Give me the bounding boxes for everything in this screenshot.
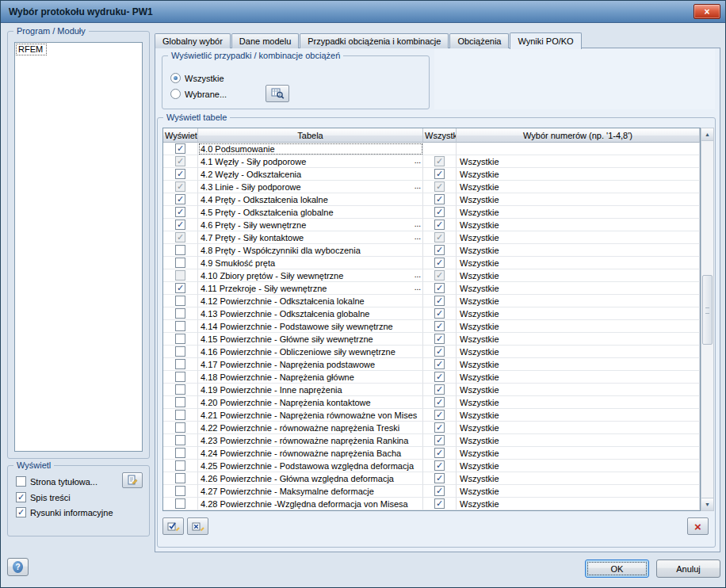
all-cell[interactable]	[423, 231, 457, 244]
display-checkbox[interactable]	[175, 397, 185, 407]
all-checkbox[interactable]	[434, 435, 445, 445]
all-checkbox[interactable]	[434, 321, 445, 331]
scroll-down-button[interactable]: ▼	[701, 498, 713, 510]
table-detail-button[interactable]: ...	[415, 231, 421, 242]
display-cell[interactable]	[163, 181, 198, 193]
tabela-cell[interactable]: 4.22 Powierzchnie - równoważne naprężeni…	[198, 422, 423, 434]
all-cell[interactable]	[423, 282, 457, 295]
all-cell[interactable]	[423, 155, 457, 168]
table-detail-button[interactable]: ...	[415, 181, 421, 192]
display-cell[interactable]	[163, 422, 198, 434]
all-checkbox[interactable]	[434, 473, 445, 483]
display-checkbox[interactable]	[175, 194, 185, 204]
table-row[interactable]: 4.10 Zbiory prętów - Siły wewnętrzne...W…	[163, 269, 700, 282]
all-cell[interactable]	[423, 244, 457, 257]
all-checkbox[interactable]	[434, 384, 445, 395]
tabela-cell[interactable]: 4.21 Powierzchnie - Naprężenia równoważn…	[198, 409, 423, 422]
tabela-cell[interactable]: 4.9 Smukłość pręta	[198, 257, 423, 269]
all-checkbox[interactable]	[434, 397, 445, 407]
tabela-cell[interactable]: 4.0 Podsumowanie	[198, 143, 423, 155]
number-selection-cell[interactable]: Wszystkie	[457, 193, 700, 206]
number-selection-cell[interactable]: Wszystkie	[457, 485, 700, 498]
tabela-cell[interactable]: 4.6 Pręty - Siły wewnętrzne...	[198, 219, 423, 231]
number-selection-cell[interactable]: Wszystkie	[457, 422, 700, 434]
all-checkbox[interactable]	[434, 194, 445, 204]
tabela-cell[interactable]: 4.15 Powierzchnie - Główne siły wewnętrz…	[198, 333, 423, 346]
table-row[interactable]: 4.2 Węzły - OdkształceniaWszystkie	[163, 168, 700, 181]
tabela-cell[interactable]: 4.11 Przekroje - Siły wewnętrzne...	[198, 282, 423, 295]
all-checkbox[interactable]	[434, 207, 445, 217]
table-row[interactable]: 4.9 Smukłość prętaWszystkie	[163, 257, 700, 269]
display-checkbox[interactable]	[175, 410, 185, 420]
table-row[interactable]: 4.1 Węzły - Siły podporowe...Wszystkie	[163, 155, 700, 168]
number-selection-cell[interactable]: Wszystkie	[457, 206, 700, 219]
display-cell[interactable]	[163, 460, 198, 472]
all-checkbox[interactable]	[434, 220, 445, 230]
tabela-cell[interactable]: 4.18 Powierzchnie - Naprężenia główne	[198, 371, 423, 384]
tabela-cell[interactable]: 4.16 Powierzchnie - Obliczeniowe siły we…	[198, 346, 423, 358]
display-cell[interactable]	[163, 307, 198, 320]
display-cell[interactable]	[163, 282, 198, 295]
column-header-display[interactable]: Wyświetl	[163, 128, 198, 143]
close-button[interactable]: ×	[694, 4, 720, 19]
display-cell[interactable]	[163, 472, 198, 485]
display-checkbox[interactable]	[175, 372, 185, 382]
table-scrollbar[interactable]: ▲ ▼	[701, 128, 714, 511]
display-cell[interactable]	[163, 219, 198, 231]
number-selection-cell[interactable]: Wszystkie	[457, 384, 700, 396]
table-row[interactable]: 4.21 Powierzchnie - Naprężenia równoważn…	[163, 409, 700, 422]
all-cell[interactable]	[423, 333, 457, 346]
all-checkbox[interactable]	[434, 448, 445, 458]
table-row[interactable]: 4.28 Powierzchnie -Względna deformacja v…	[163, 498, 700, 510]
display-checkbox[interactable]	[175, 486, 185, 496]
number-selection-cell[interactable]: Wszystkie	[457, 320, 700, 333]
table-row[interactable]: 4.7 Pręty - Siły kontaktowe...Wszystkie	[163, 231, 700, 244]
cancel-button[interactable]: Anuluj	[656, 559, 720, 578]
all-checkbox[interactable]	[434, 359, 445, 369]
number-selection-cell[interactable]: Wszystkie	[457, 219, 700, 231]
number-selection-cell[interactable]	[457, 143, 700, 155]
number-selection-cell[interactable]: Wszystkie	[457, 307, 700, 320]
table-row[interactable]: 4.19 Powierzchnie - Inne naprężeniaWszys…	[163, 384, 700, 396]
display-cell[interactable]	[163, 447, 198, 460]
display-cell[interactable]	[163, 231, 198, 244]
tabela-cell[interactable]: 4.17 Powierzchnie - Naprężenia podstawow…	[198, 358, 423, 371]
tab-przypadki-obciazenia[interactable]: Przypadki obciążenia i kombinacje	[300, 33, 449, 48]
number-selection-cell[interactable]: Wszystkie	[457, 346, 700, 358]
display-cell[interactable]	[163, 295, 198, 307]
table-row[interactable]: 4.22 Powierzchnie - równoważne naprężeni…	[163, 422, 700, 434]
display-checkbox[interactable]	[175, 359, 185, 369]
display-checkbox[interactable]	[175, 498, 185, 509]
program-item-rfem[interactable]: RFEM	[17, 44, 46, 55]
tabela-cell[interactable]: 4.20 Powierzchnie - Naprężenia kontaktow…	[198, 396, 423, 409]
display-checkbox[interactable]	[175, 308, 185, 319]
display-checkbox[interactable]	[175, 435, 185, 445]
display-checkbox[interactable]	[175, 258, 185, 268]
display-checkbox[interactable]	[175, 346, 185, 357]
table-row[interactable]: 4.8 Pręty - Współczynniki dla wyboczenia…	[163, 244, 700, 257]
tab-obciazenia[interactable]: Obciążenia	[449, 33, 509, 48]
all-cell[interactable]	[423, 257, 457, 269]
number-selection-cell[interactable]: Wszystkie	[457, 333, 700, 346]
display-cell[interactable]	[163, 485, 198, 498]
table-row[interactable]: 4.17 Powierzchnie - Naprężenia podstawow…	[163, 358, 700, 371]
display-checkbox[interactable]	[175, 207, 185, 217]
number-selection-cell[interactable]: Wszystkie	[457, 269, 700, 282]
all-cell[interactable]	[423, 485, 457, 498]
table-row[interactable]: 4.3 Linie - Siły podporowe...Wszystkie	[163, 181, 700, 193]
all-cases-radio[interactable]	[170, 73, 181, 83]
ok-button[interactable]: OK	[585, 559, 649, 578]
scroll-up-button[interactable]: ▲	[701, 128, 713, 141]
display-checkbox[interactable]	[175, 460, 185, 471]
all-cell[interactable]	[423, 206, 457, 219]
number-selection-cell[interactable]: Wszystkie	[457, 371, 700, 384]
all-checkbox[interactable]	[434, 308, 445, 319]
all-cell[interactable]	[423, 295, 457, 307]
all-cell[interactable]	[423, 219, 457, 231]
display-checkbox[interactable]	[175, 296, 185, 306]
table-detail-button[interactable]: ...	[415, 219, 421, 230]
number-selection-cell[interactable]: Wszystkie	[457, 409, 700, 422]
table-row[interactable]: 4.20 Powierzchnie - Naprężenia kontaktow…	[163, 396, 700, 409]
display-cell[interactable]	[163, 155, 198, 168]
toc-checkbox[interactable]	[16, 492, 26, 502]
